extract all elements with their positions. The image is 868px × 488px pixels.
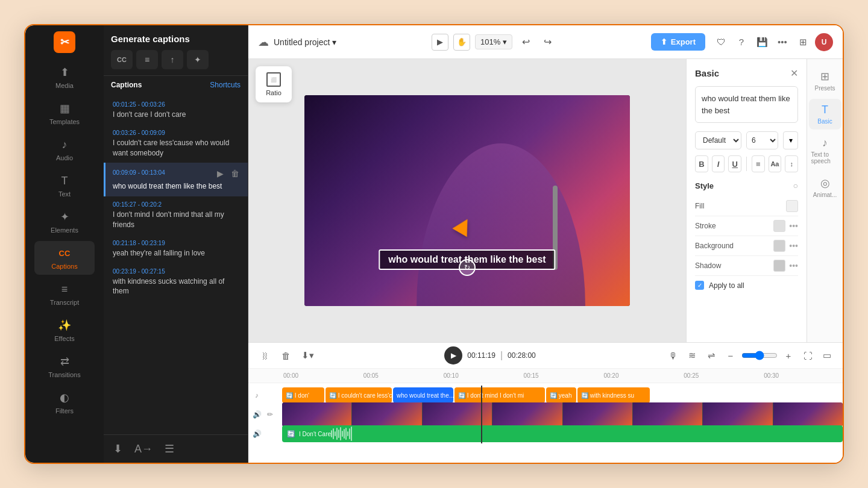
video-track-edit-btn[interactable]: ✏	[264, 408, 276, 421]
app-logo[interactable]: ✂	[54, 31, 75, 53]
zoom-out-btn[interactable]: −	[722, 347, 739, 364]
mic-btn[interactable]: 🎙	[664, 347, 681, 364]
layout-icon-btn[interactable]: ⊞	[794, 34, 811, 51]
stroke-more-btn[interactable]: •••	[789, 221, 798, 231]
caption-chip-5[interactable]: 🔄 with kindness su	[577, 387, 650, 403]
size-chevron-btn[interactable]: ▾	[783, 131, 798, 149]
sidebar-item-templates[interactable]: ▦ Templates	[34, 96, 95, 130]
play-timeline-btn[interactable]: ▶	[444, 346, 462, 364]
subtitles-btn[interactable]: ▭	[819, 347, 835, 364]
apply-all-checkbox[interactable]: ✓	[695, 281, 704, 290]
shadow-color-swatch[interactable]	[773, 260, 785, 272]
timeline-playhead[interactable]	[481, 386, 482, 443]
size-select[interactable]: 6	[746, 131, 778, 149]
export-icon: ⬆	[661, 37, 667, 46]
settings-captions-btn[interactable]: ☰	[162, 440, 177, 458]
audio-track-vol-btn[interactable]: 🔊	[251, 428, 263, 440]
sidebar-item-filters[interactable]: ◐ Filters	[34, 386, 95, 419]
hand-tool-button[interactable]: ✋	[453, 34, 470, 51]
caption-tool-cc[interactable]: CC	[111, 50, 133, 69]
tl-right-icons: 🎙 ≋ ⇌ − + ⛶ ▭	[664, 347, 835, 364]
current-time: 00:11:19	[467, 351, 495, 360]
project-name[interactable]: Untitled project ▾	[274, 37, 336, 47]
zoom-control[interactable]: 101% ▾	[475, 34, 512, 49]
play-button[interactable]: ▶	[432, 34, 448, 51]
right-icon-panel: ⊞ Presets T Basic ♪ Text to speech ◎ Ani…	[807, 59, 843, 342]
italic-btn[interactable]: I	[712, 155, 725, 172]
transcript-icon: ≡	[57, 282, 72, 296]
fullscreen-btn[interactable]: ⛶	[799, 347, 816, 364]
shadow-more-btn[interactable]: •••	[789, 261, 798, 271]
bold-btn[interactable]: B	[695, 155, 708, 172]
undo-button[interactable]: ↩	[517, 34, 534, 51]
stroke-color-swatch[interactable]	[773, 220, 785, 232]
caption-chip-1[interactable]: 🔄 I couldn't care less'cause	[326, 387, 392, 403]
sidebar-item-media[interactable]: ⬆ Media	[34, 60, 95, 94]
ratio-panel[interactable]: ⬜ Ratio	[256, 66, 292, 102]
sidebar-item-transitions[interactable]: ⇄ Transitions	[34, 349, 95, 383]
caption-item-5[interactable]: 00:23:19 - 00:27:15 with kindness sucks …	[104, 263, 248, 302]
tts-tab[interactable]: ♪ Text to speech	[809, 132, 841, 169]
video-rotation-handle[interactable]: ↻	[459, 259, 476, 276]
captions-track-vol-btn[interactable]: ♪	[251, 389, 263, 401]
caption-item-2[interactable]: 00:09:09 - 00:13:04 ▶ 🗑 who would treat …	[104, 163, 248, 196]
background-controls: •••	[773, 240, 798, 252]
sidebar-item-text[interactable]: T Text	[34, 169, 95, 202]
sync-btn[interactable]: ⇌	[703, 347, 720, 364]
fill-color-swatch[interactable]	[786, 200, 798, 212]
help-icon-btn[interactable]: ?	[733, 34, 750, 51]
wave-btn[interactable]: ≋	[684, 347, 700, 364]
presets-tab[interactable]: ⊞ Presets	[809, 65, 841, 96]
sidebar-item-captions[interactable]: CC Captions	[34, 241, 95, 275]
translate-captions-btn[interactable]: A→	[132, 440, 155, 458]
basic-tab[interactable]: T Basic	[809, 99, 841, 130]
caption-tool-upload[interactable]: ↑	[162, 50, 183, 69]
close-panel-btn[interactable]: ✕	[790, 67, 798, 79]
background-more-btn[interactable]: •••	[789, 241, 798, 251]
audio-track[interactable]: 🔄 I Don't Care	[282, 425, 843, 442]
sidebar-item-transcript[interactable]: ≡ Transcript	[34, 277, 95, 311]
sidebar-item-effects[interactable]: ✨ Effects	[34, 313, 95, 347]
caption-chip-4[interactable]: 🔄 yeah	[546, 387, 576, 403]
sidebar-item-elements[interactable]: ✦ Elements	[34, 205, 95, 239]
caption-item-0[interactable]: 00:01:25 - 00:03:26 I don't care I don't…	[104, 96, 248, 125]
video-wrapper: ⬜ Ratio who wo	[248, 59, 686, 342]
video-track-vol-btn[interactable]: 🔊	[251, 408, 263, 421]
redo-button[interactable]: ↪	[539, 34, 556, 51]
delete-caption-btn[interactable]: 🗑	[230, 167, 241, 180]
align-btn[interactable]: ≡	[752, 155, 765, 172]
delete-btn[interactable]: 🗑	[277, 347, 294, 364]
caption-item-1[interactable]: 00:03:26 - 00:09:09 I couldn't care less…	[104, 125, 248, 163]
zoom-in-btn[interactable]: +	[780, 347, 797, 364]
caption-chip-0[interactable]: 🔄 I don'	[282, 387, 324, 403]
export-button[interactable]: ⬆ Export	[651, 33, 705, 51]
sidebar-label-elements: Elements	[51, 227, 78, 234]
video-track[interactable]	[282, 402, 843, 427]
font-select[interactable]: Default	[695, 131, 741, 149]
presets-label: Presets	[815, 85, 835, 92]
audio-track-icon: 🔄	[287, 430, 295, 438]
play-caption-btn[interactable]: ▶	[216, 167, 225, 180]
shield-icon-btn[interactable]: 🛡	[712, 34, 729, 51]
download-captions-btn[interactable]: ⬇	[111, 440, 125, 458]
background-color-swatch[interactable]	[773, 240, 785, 252]
caption-edit-textarea[interactable]: who would treat them like the best	[695, 86, 798, 123]
style-collapse-btn[interactable]: ○	[793, 181, 798, 190]
caption-item-3[interactable]: 00:15:27 - 00:20:2 I don't mind I don't …	[104, 196, 248, 235]
caption-chip-3[interactable]: 🔄 I don't mind I don't mi	[454, 387, 545, 403]
spacing-btn[interactable]: ↕	[785, 155, 798, 172]
save-icon-btn[interactable]: 💾	[753, 34, 770, 51]
case-btn[interactable]: Aa	[769, 155, 782, 172]
shortcuts-link[interactable]: Shortcuts	[210, 81, 241, 89]
split-btn[interactable]: ⧚	[256, 347, 272, 364]
caption-chip-2[interactable]: who would treat the...	[393, 387, 453, 403]
caption-tool-magic[interactable]: ✦	[187, 50, 209, 69]
more-icon-btn[interactable]: •••	[774, 34, 791, 51]
caption-item-4[interactable]: 00:21:18 - 00:23:19 yeah they're all fal…	[104, 235, 248, 263]
animate-tab[interactable]: ◎ Animat...	[809, 172, 841, 203]
sidebar-item-audio[interactable]: ♪ Audio	[34, 133, 95, 166]
export-tl-btn[interactable]: ⬇▾	[299, 347, 316, 364]
caption-tool-text[interactable]: ≡	[136, 50, 158, 69]
zoom-slider[interactable]	[741, 351, 778, 360]
underline-btn[interactable]: U	[728, 155, 741, 172]
